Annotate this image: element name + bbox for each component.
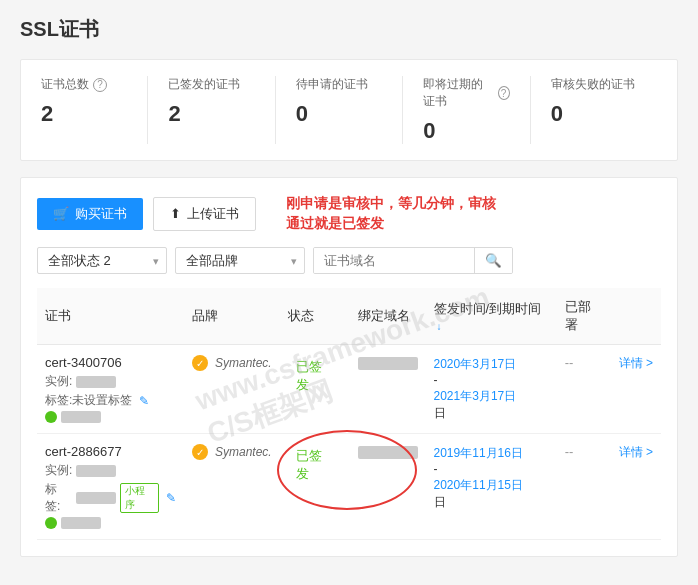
stat-issued-value: 2: [168, 101, 254, 127]
action-cell-2: 详情 >: [611, 434, 661, 540]
symantec-check-icon-2: ✓: [192, 444, 208, 460]
stat-total-label: 证书总数: [41, 76, 89, 93]
domain-search-input[interactable]: [314, 248, 474, 273]
stat-expiring-value: 0: [423, 118, 509, 144]
table-header-row: 证书 品牌 状态 绑定域名 签发时间/到期时间 ↓: [37, 288, 661, 345]
upload-cert-label: 上传证书: [187, 205, 239, 223]
th-action: [611, 288, 661, 345]
stat-total: 证书总数 ? 2: [41, 76, 148, 144]
cert-instance-1: [76, 376, 116, 388]
main-panel: www.csframework.comC/S框架网 🛒 购买证书 ⬆ 上传证书 …: [20, 177, 678, 557]
upload-icon: ⬆: [170, 206, 181, 221]
action-cell-1: 详情 >: [611, 345, 661, 434]
date-cell-1: 2020年3月17日 - 2021年3月17日 日: [426, 345, 557, 434]
deployed-cell-1: --: [557, 345, 611, 434]
deployed-value-1: --: [565, 355, 574, 370]
date-end-2: 2020年11月15日: [434, 476, 549, 494]
table-row: cert-2886677 实例: 标签: 小程序 ✎: [37, 434, 661, 540]
cert-tag-2: [76, 492, 116, 504]
stat-issued-label: 已签发的证书: [168, 76, 240, 93]
brand-cell-1: ✓ Symantec.: [184, 345, 280, 434]
date-start-2: 2019年11月16日: [434, 444, 549, 462]
stat-failed: 审核失败的证书 0: [531, 76, 657, 144]
brand-cell-2: ✓ Symantec.: [184, 434, 280, 540]
detail-link-1[interactable]: 详情 >: [619, 356, 653, 370]
buy-cert-label: 购买证书: [75, 205, 127, 223]
cert-domain-mini-2: [61, 517, 101, 529]
cert-instance-2: [76, 465, 116, 477]
th-brand: 品牌: [184, 288, 280, 345]
status-filter[interactable]: 全部状态 2 已签发 审核中 待申请 审核失败: [37, 247, 167, 274]
th-deployed: 已部署: [557, 288, 611, 345]
upload-cert-button[interactable]: ⬆ 上传证书: [153, 197, 256, 231]
status-dot-1: [45, 411, 57, 423]
status-badge-2: 已签发: [288, 444, 342, 486]
edit-tag-icon-2[interactable]: ✎: [166, 491, 176, 505]
status-dot-2: [45, 517, 57, 529]
deployed-value-2: --: [565, 444, 574, 459]
page-title: SSL证书: [20, 16, 678, 43]
domain-search-box: 🔍: [313, 247, 513, 274]
stat-pending-value: 0: [296, 101, 382, 127]
stat-pending: 待申请的证书 0: [276, 76, 403, 144]
brand-name-1: Symantec.: [215, 356, 272, 370]
table-row: cert-3400706 实例: 标签:未设置标签 ✎: [37, 345, 661, 434]
cert-table: 证书 品牌 状态 绑定域名 签发时间/到期时间 ↓: [37, 288, 661, 540]
annotation-text: 刚申请是审核中，等几分钟，审核通过就是已签发: [286, 194, 506, 233]
stat-total-value: 2: [41, 101, 127, 127]
status-filter-wrapper: 全部状态 2 已签发 审核中 待申请 审核失败: [37, 247, 167, 274]
domain-cell-1: [350, 345, 426, 434]
cert-cell-2: cert-2886677 实例: 标签: 小程序 ✎: [37, 434, 184, 540]
stat-issued: 已签发的证书 2: [148, 76, 275, 144]
stat-total-help-icon[interactable]: ?: [93, 78, 107, 92]
th-cert: 证书: [37, 288, 184, 345]
brand-filter[interactable]: 全部品牌 Symantec GeoTrust TrustAsia: [175, 247, 305, 274]
deployed-cell-2: --: [557, 434, 611, 540]
domain-blurred-2: [358, 446, 418, 459]
status-badge-1: 已签发: [288, 355, 342, 397]
th-domain: 绑定域名: [350, 288, 426, 345]
cart-icon: 🛒: [53, 206, 69, 221]
th-status: 状态: [280, 288, 350, 345]
date-cell-2: 2019年11月16日 - 2020年11月15日 日: [426, 434, 557, 540]
cert-id-2: cert-2886677: [45, 444, 176, 459]
status-cell-1: 已签发: [280, 345, 350, 434]
brand-filter-wrapper: 全部品牌 Symantec GeoTrust TrustAsia: [175, 247, 305, 274]
filter-row: 全部状态 2 已签发 审核中 待申请 审核失败 全部品牌 Symantec Ge…: [37, 247, 661, 274]
search-button[interactable]: 🔍: [474, 248, 512, 273]
domain-blurred-1: [358, 357, 418, 370]
edit-tag-icon-1[interactable]: ✎: [139, 394, 149, 408]
th-date[interactable]: 签发时间/到期时间 ↓: [426, 288, 557, 345]
domain-cell-2: [350, 434, 426, 540]
cert-cell-1: cert-3400706 实例: 标签:未设置标签 ✎: [37, 345, 184, 434]
stat-pending-label: 待申请的证书: [296, 76, 368, 93]
stat-expiring-help-icon[interactable]: ?: [498, 86, 510, 100]
stat-failed-value: 0: [551, 101, 637, 127]
stat-failed-label: 审核失败的证书: [551, 76, 635, 93]
search-icon: 🔍: [485, 253, 502, 268]
cert-id-1: cert-3400706: [45, 355, 176, 370]
stat-expiring-label: 即将过期的证书: [423, 76, 493, 110]
miniapp-tag-2: 小程序: [120, 483, 159, 513]
toolbar: 🛒 购买证书 ⬆ 上传证书 刚申请是审核中，等几分钟，审核通过就是已签发: [37, 194, 661, 233]
status-cell-2: 已签发: [280, 434, 350, 540]
cert-table-container: 证书 品牌 状态 绑定域名 签发时间/到期时间 ↓: [37, 288, 661, 540]
sort-down-icon: ↓: [437, 321, 442, 332]
cert-domain-mini-1: [61, 411, 101, 423]
detail-link-2[interactable]: 详情 >: [619, 445, 653, 459]
brand-name-2: Symantec.: [215, 445, 272, 459]
date-start-1: 2020年3月17日: [434, 355, 549, 373]
buy-cert-button[interactable]: 🛒 购买证书: [37, 198, 143, 230]
stat-expiring: 即将过期的证书 ? 0: [403, 76, 530, 144]
symantec-check-icon-1: ✓: [192, 355, 208, 371]
date-end-1: 2021年3月17日: [434, 387, 549, 405]
stats-panel: 证书总数 ? 2 已签发的证书 2 待申请的证书 0 即将过期的证书 ? 0: [20, 59, 678, 161]
